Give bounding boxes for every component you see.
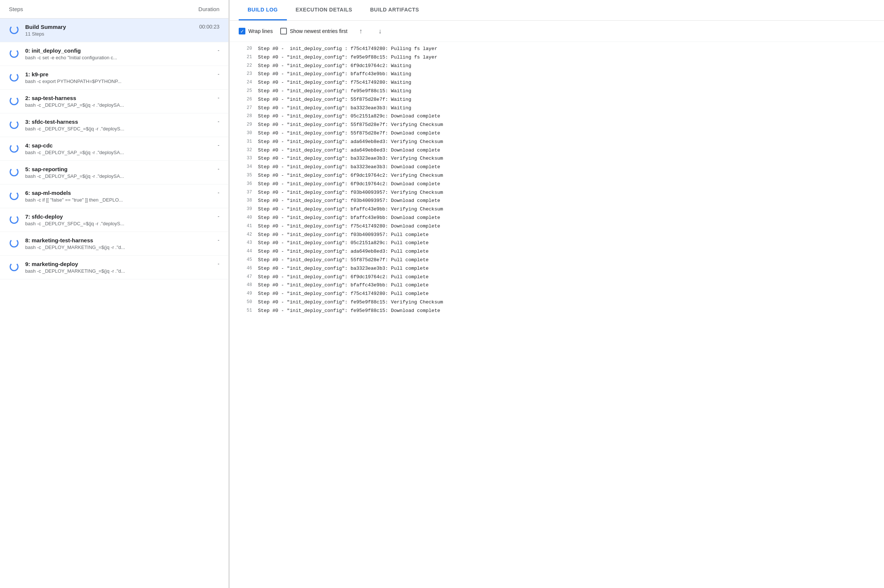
log-line-number: 24 xyxy=(239,79,252,86)
log-line-number: 32 xyxy=(239,147,252,154)
log-line: 35 Step #0 - "init_deploy_config": 6f9dc… xyxy=(230,171,884,180)
log-line-number: 30 xyxy=(239,130,252,137)
log-line: 20 Step #0 - init_deploy_config : f75c41… xyxy=(230,45,884,53)
log-line: 24 Step #0 - "init_deploy_config": f75c4… xyxy=(230,78,884,87)
step-summary-row: 7: sfdc-deploy - xyxy=(25,213,219,220)
steps-container: 0: init_deploy_config - bash -c set -e e… xyxy=(0,42,228,279)
log-line-text: Step #0 - "init_deploy_config": f75c4174… xyxy=(258,223,440,231)
show-newest-control[interactable]: Show newest entries first xyxy=(280,28,348,34)
log-line: 21 Step #0 - "init_deploy_config": fe95e… xyxy=(230,53,884,62)
log-line: 31 Step #0 - "init_deploy_config": ada64… xyxy=(230,138,884,146)
log-line-text: Step #0 - "init_deploy_config": bfaffc43… xyxy=(258,214,440,222)
step-command: bash -c _DEPLOY_SFDC_=$(jq -r ."deployS.… xyxy=(25,221,219,226)
spinner-icon xyxy=(10,25,18,34)
step-spinner-icon xyxy=(9,119,19,130)
step-item[interactable]: 2: sap-test-harness - bash -c _DEPLOY_SA… xyxy=(0,90,228,113)
tab-execution-details[interactable]: EXECUTION DETAILS xyxy=(287,0,362,20)
step-summary-row: 8: marketing-test-harness - xyxy=(25,237,219,243)
log-line-text: Step #0 - "init_deploy_config": 6f9dc197… xyxy=(258,172,443,180)
log-line: 47 Step #0 - "init_deploy_config": 6f9dc… xyxy=(230,273,884,282)
log-content[interactable]: 20 Step #0 - init_deploy_config : f75c41… xyxy=(230,42,884,588)
log-line: 33 Step #0 - "init_deploy_config": ba332… xyxy=(230,154,884,163)
step-item[interactable]: 1: k9-pre - bash -c export PYTHONPATH=$P… xyxy=(0,66,228,90)
build-summary-title: Build Summary xyxy=(25,24,66,30)
spinner xyxy=(10,238,18,248)
log-line-text: Step #0 - "init_deploy_config": f03b4009… xyxy=(258,197,440,205)
step-item[interactable]: 5: sap-reporting - bash -c _DEPLOY_SAP_=… xyxy=(0,161,228,184)
log-line-number: 45 xyxy=(239,256,252,263)
spinner xyxy=(10,120,18,129)
scroll-bottom-button[interactable]: ↓ xyxy=(374,25,386,37)
log-line: 23 Step #0 - "init_deploy_config": bfaff… xyxy=(230,70,884,78)
step-summary-row: 1: k9-pre - xyxy=(25,71,219,77)
spinner xyxy=(10,215,18,224)
build-summary-row: Build Summary 00:00:23 xyxy=(25,24,219,30)
step-duration: - xyxy=(218,261,219,267)
step-summary-row: 3: sfdc-test-harness - xyxy=(25,118,219,125)
step-spinner-icon xyxy=(9,262,19,272)
build-summary-item[interactable]: Build Summary 00:00:23 11 Steps xyxy=(0,18,228,42)
log-line: 26 Step #0 - "init_deploy_config": 55f87… xyxy=(230,96,884,104)
log-line-text: Step #0 - "init_deploy_config": bfaffc43… xyxy=(258,70,411,78)
right-panel: BUILD LOG EXECUTION DETAILS BUILD ARTIFA… xyxy=(230,0,884,588)
wrap-lines-label: Wrap lines xyxy=(248,28,273,34)
log-line: 28 Step #0 - "init_deploy_config": 05c21… xyxy=(230,112,884,121)
log-line: 25 Step #0 - "init_deploy_config": fe95e… xyxy=(230,87,884,96)
step-command: bash -c _DEPLOY_SFDC_=$(jq -r ."deployS.… xyxy=(25,126,219,132)
log-line: 42 Step #0 - "init_deploy_config": f03b4… xyxy=(230,231,884,239)
step-item[interactable]: 4: sap-cdc - bash -c _DEPLOY_SAP_=$(jq -… xyxy=(0,137,228,161)
step-content: 0: init_deploy_config - bash -c set -e e… xyxy=(25,47,219,60)
log-line-text: Step #0 - "init_deploy_config": ba3323ea… xyxy=(258,164,440,171)
log-line: 34 Step #0 - "init_deploy_config": ba332… xyxy=(230,163,884,171)
step-summary-row: 5: sap-reporting - xyxy=(25,166,219,172)
log-lines-container: 20 Step #0 - init_deploy_config : f75c41… xyxy=(230,45,884,315)
build-summary-content: Build Summary 00:00:23 11 Steps xyxy=(25,24,219,37)
log-line-number: 34 xyxy=(239,164,252,170)
spinner xyxy=(10,49,18,58)
log-line-text: Step #0 - "init_deploy_config": ada649eb… xyxy=(258,147,440,154)
step-duration: - xyxy=(218,47,219,53)
wrap-lines-control[interactable]: ✓ Wrap lines xyxy=(239,28,273,34)
step-item[interactable]: 8: marketing-test-harness - bash -c _DEP… xyxy=(0,232,228,256)
log-line-number: 21 xyxy=(239,54,252,61)
log-line: 44 Step #0 - "init_deploy_config": ada64… xyxy=(230,248,884,256)
tab-build-artifacts[interactable]: BUILD ARTIFACTS xyxy=(361,0,428,20)
log-line-text: Step #0 - "init_deploy_config": 05c2151a… xyxy=(258,239,428,247)
log-line-number: 44 xyxy=(239,248,252,255)
log-line-text: Step #0 - "init_deploy_config": 6f9dc197… xyxy=(258,62,411,70)
steps-label: Steps xyxy=(9,6,23,12)
step-duration: - xyxy=(218,213,219,219)
duration-label: Duration xyxy=(198,6,219,12)
wrap-lines-checkbox[interactable]: ✓ xyxy=(239,28,245,34)
step-item[interactable]: 3: sfdc-test-harness - bash -c _DEPLOY_S… xyxy=(0,113,228,137)
log-line-text: Step #0 - "init_deploy_config": 05c2151a… xyxy=(258,112,440,120)
step-name: 2: sap-test-harness xyxy=(25,95,77,101)
step-content: 4: sap-cdc - bash -c _DEPLOY_SAP_=$(jq -… xyxy=(25,142,219,155)
step-name: 6: sap-ml-models xyxy=(25,190,71,196)
log-line-number: 22 xyxy=(239,62,252,69)
log-line-text: Step #0 - "init_deploy_config": 6f9dc197… xyxy=(258,273,428,281)
log-line-number: 36 xyxy=(239,180,252,188)
step-summary-row: 0: init_deploy_config - xyxy=(25,47,219,54)
step-item[interactable]: 7: sfdc-deploy - bash -c _DEPLOY_SFDC_=$… xyxy=(0,208,228,232)
scroll-top-button[interactable]: ↑ xyxy=(355,25,367,37)
step-spinner-icon xyxy=(9,48,19,58)
build-summary-icon xyxy=(9,24,19,35)
log-line-text: Step #0 - "init_deploy_config": fe95e9f8… xyxy=(258,298,443,306)
log-line-text: Step #0 - "init_deploy_config": bfaffc43… xyxy=(258,282,428,290)
step-item[interactable]: 9: marketing-deploy - bash -c _DEPLOY_MA… xyxy=(0,256,228,279)
step-item[interactable]: 6: sap-ml-models - bash -c if [[ "false"… xyxy=(0,184,228,208)
log-line-number: 48 xyxy=(239,282,252,289)
step-spinner-icon xyxy=(9,238,19,248)
spinner xyxy=(10,168,18,176)
checkbox-check-icon: ✓ xyxy=(240,29,244,34)
log-line-number: 40 xyxy=(239,214,252,221)
step-item[interactable]: 0: init_deploy_config - bash -c set -e e… xyxy=(0,42,228,66)
log-line-text: Step #0 - "init_deploy_config": ba3323ea… xyxy=(258,105,411,112)
tab-build-log[interactable]: BUILD LOG xyxy=(239,0,287,20)
step-spinner-icon xyxy=(9,190,19,201)
log-toolbar: ✓ Wrap lines Show newest entries first ↑… xyxy=(230,21,884,42)
show-newest-checkbox[interactable] xyxy=(280,28,287,34)
log-line: 51 Step #0 - "init_deploy_config": fe95e… xyxy=(230,307,884,315)
log-line: 40 Step #0 - "init_deploy_config": bfaff… xyxy=(230,214,884,222)
